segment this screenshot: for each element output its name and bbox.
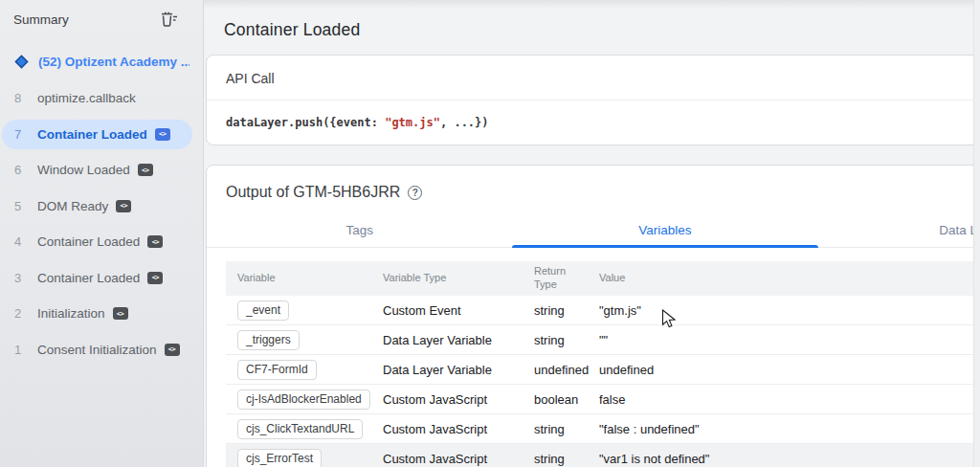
return-type-cell: string (523, 333, 588, 347)
variable-chip[interactable]: _event (237, 300, 289, 321)
table-body: _eventCustom Eventstring"gtm.js"_trigger… (226, 296, 980, 467)
container-summary-item[interactable]: (52) Optizent Academy ... (0, 48, 203, 75)
event-label: Window Loaded (37, 163, 130, 177)
container-name: (52) Optizent Academy ... (38, 55, 189, 69)
summary-title: Summary (13, 12, 69, 27)
value-cell: "gtm.js" (588, 303, 980, 318)
event-list: 8optimize.callback7Container Loaded<>6Wi… (0, 80, 203, 367)
code-badge-icon: <> (155, 128, 170, 141)
event-number: 6 (14, 163, 29, 177)
value-cell: "" (588, 333, 980, 347)
return-type-cell: boolean (523, 392, 588, 407)
event-item-5-dom-ready[interactable]: 5DOM Ready<> (0, 189, 203, 225)
output-tabs: TagsVariablesData Layer (207, 212, 980, 248)
variable-cell: cjs_ClickTextandURL (226, 419, 371, 439)
variable-chip[interactable]: cjs_ErrorTest (237, 449, 322, 467)
table-row[interactable]: CF7-FormIdData Layer Variableundefinedun… (226, 355, 980, 385)
event-detail-panel: Container Loaded API Call dataLayer.push… (204, 0, 980, 467)
event-label: Container Loaded (37, 127, 147, 142)
tab-data-layer[interactable]: Data Layer (818, 212, 980, 247)
event-number: 2 (14, 306, 29, 321)
variable-chip[interactable]: cjs_ClickTextandURL (237, 419, 363, 439)
code-suffix: , ...}) (440, 116, 489, 129)
output-title: Output of GTM-5HB6JRR (226, 184, 400, 201)
clear-events-icon[interactable] (159, 11, 178, 28)
event-item-7-container-loaded[interactable]: 7Container Loaded<> (0, 117, 203, 153)
event-item-2-initialization[interactable]: 2Initialization<> (0, 296, 203, 332)
variable-type-cell: Custom JavaScript (371, 452, 523, 466)
variable-type-cell: Custom Event (371, 303, 523, 318)
gtm-diamond-icon (13, 54, 30, 70)
api-call-title: API Call (207, 56, 980, 100)
code-badge-icon: <> (147, 272, 163, 284)
event-number: 5 (14, 199, 29, 213)
code-badge-icon: <> (147, 235, 163, 248)
event-number: 8 (14, 91, 29, 105)
return-type-cell: string (523, 422, 588, 436)
code-prefix: dataLayer.push({event: (226, 116, 385, 129)
event-number: 3 (14, 271, 29, 285)
event-item-1-consent-initialization[interactable]: 1Consent Initialization<> (0, 332, 203, 368)
event-number: 1 (14, 343, 29, 357)
api-call-code: dataLayer.push({event: "gtm.js", ...}) (207, 100, 980, 145)
tab-tags[interactable]: Tags (207, 212, 512, 247)
event-item-3-container-loaded[interactable]: 3Container Loaded<> (0, 260, 203, 297)
output-header: Output of GTM-5HB6JRR ? (207, 166, 980, 211)
variable-type-cell: Custom JavaScript (371, 422, 523, 436)
event-label: Container Loaded (37, 234, 140, 249)
return-type-cell: undefined (523, 363, 588, 377)
variable-type-cell: Data Layer Variable (371, 363, 523, 377)
event-number: 7 (14, 127, 29, 142)
summary-sidebar: Summary (0, 0, 204, 467)
variable-cell: _triggers (226, 330, 371, 350)
event-label: Container Loaded (37, 271, 140, 285)
table-row[interactable]: cj-IsAdBlockerEnabledCustom JavaScriptbo… (226, 385, 980, 414)
event-item-6-window-loaded[interactable]: 6Window Loaded<> (0, 152, 203, 189)
variable-type-cell: Data Layer Variable (371, 333, 523, 347)
variable-cell: cjs_ErrorTest (226, 449, 371, 467)
sidebar-header: Summary (0, 0, 203, 28)
column-header: Return Type (523, 265, 588, 292)
variables-table: VariableVariable TypeReturn TypeValue _e… (226, 261, 980, 467)
help-icon[interactable]: ? (408, 186, 422, 200)
variable-chip[interactable]: CF7-FormId (237, 360, 317, 380)
value-cell: "false : undefined" (588, 422, 980, 436)
table-row[interactable]: _triggersData Layer Variablestring"" (226, 325, 980, 355)
tab-variables[interactable]: Variables (512, 212, 817, 247)
return-type-cell: string (523, 452, 588, 466)
event-item-4-container-loaded[interactable]: 4Container Loaded<> (0, 224, 203, 260)
code-string-literal: "gtm.js" (385, 116, 440, 129)
event-number: 4 (14, 234, 29, 249)
table-row[interactable]: cjs_ErrorTestCustom JavaScriptstring"var… (226, 444, 980, 467)
event-label: optimize.callback (37, 91, 136, 105)
code-badge-icon: <> (113, 307, 128, 320)
return-type-cell: string (523, 303, 588, 318)
value-cell: undefined (588, 363, 980, 377)
variable-cell: CF7-FormId (226, 360, 371, 380)
value-cell: false (588, 392, 980, 407)
tag-assistant-window: Summary (0, 0, 980, 467)
output-card: Output of GTM-5HB6JRR ? TagsVariablesDat… (206, 165, 980, 467)
table-header-row: VariableVariable TypeReturn TypeValue (226, 261, 980, 296)
event-label: Initialization (37, 306, 105, 321)
variable-cell: _event (226, 300, 371, 321)
code-badge-icon: <> (165, 344, 180, 356)
column-header: Variable (226, 272, 371, 285)
table-row[interactable]: cjs_ClickTextandURLCustom JavaScriptstri… (226, 414, 980, 444)
api-call-card: API Call dataLayer.push({event: "gtm.js"… (206, 55, 980, 145)
variable-chip[interactable]: cj-IsAdBlockerEnabled (237, 389, 370, 410)
event-label: DOM Ready (37, 199, 108, 213)
variable-chip[interactable]: _triggers (237, 330, 300, 350)
column-header: Value (588, 272, 980, 285)
variable-type-cell: Custom JavaScript (371, 392, 523, 407)
page-title: Container Loaded (224, 20, 980, 40)
code-badge-icon: <> (116, 200, 131, 212)
event-item-8-optimize-callback[interactable]: 8optimize.callback (0, 80, 203, 117)
table-row[interactable]: _eventCustom Eventstring"gtm.js" (226, 296, 980, 325)
variable-cell: cj-IsAdBlockerEnabled (226, 389, 371, 410)
column-header: Variable Type (371, 272, 523, 285)
value-cell: "var1 is not defined" (588, 452, 980, 466)
event-label: Consent Initialization (37, 343, 157, 357)
code-badge-icon: <> (138, 164, 153, 176)
scrollbar-track[interactable] (973, 0, 980, 467)
